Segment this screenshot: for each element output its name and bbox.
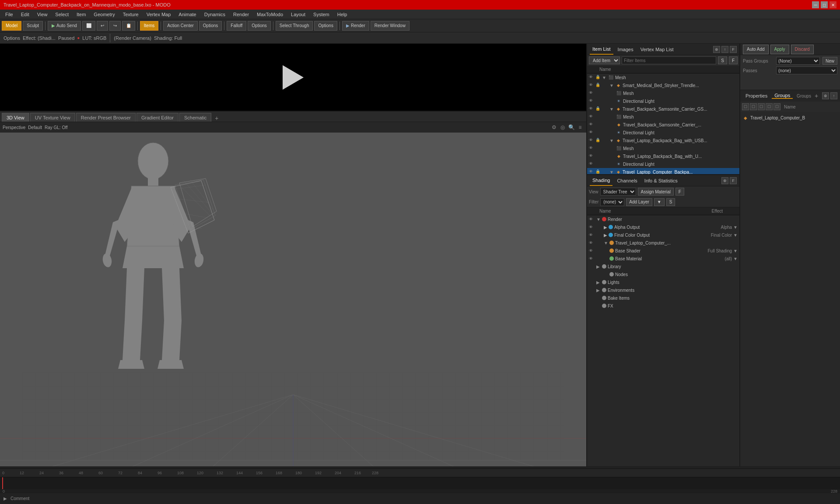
menu-render[interactable]: Render (230, 11, 252, 18)
add-item-select[interactable]: Add Item (589, 56, 620, 64)
shading-icon-2[interactable]: F (730, 177, 737, 184)
vis-base-material[interactable]: 👁 (589, 256, 595, 261)
vis-icon-2[interactable]: 👁 (589, 91, 594, 96)
item-row-9[interactable]: 👁 ⬛ Mesh (587, 144, 739, 152)
tab-properties[interactable]: Properties (743, 93, 770, 98)
item-list-content[interactable]: 👁 🔒 ▼ ⬛ Mesh 👁 🔒 ▼ ◆ Smart_Medical_Bed_S… (587, 74, 739, 174)
item-row-3[interactable]: 👁 ☀ Directional Light (587, 97, 739, 105)
lock-icon-9[interactable] (595, 146, 601, 151)
play-button[interactable] (283, 65, 304, 90)
expand-icon-4[interactable]: ▼ (609, 107, 614, 111)
close-button[interactable]: ✕ (830, 1, 836, 8)
viewport-3d[interactable]: Perspective Default Ray GL: Off ⚙ ◎ 🔍 ≡ (0, 122, 586, 504)
menu-texture[interactable]: Texture (119, 11, 142, 18)
menu-item[interactable]: Item (73, 11, 89, 18)
auto-add-button[interactable]: Auto Add (743, 45, 769, 54)
tab-vertex-map-list[interactable]: Vertex Map List (638, 44, 676, 55)
menu-vertex-map[interactable]: Vertex Map (143, 11, 175, 18)
lock-icon-7[interactable] (595, 130, 601, 135)
filter-f-button[interactable]: F (729, 56, 738, 64)
effect-arrow-base-material[interactable]: ▼ (733, 256, 738, 261)
lock-icon-3[interactable] (595, 98, 601, 104)
viewport-icon-camera[interactable]: ◎ (559, 124, 566, 131)
tab-schematic[interactable]: Schematic (179, 113, 211, 122)
expand-library[interactable]: ▶ (596, 264, 601, 269)
menu-maxtomodo[interactable]: MaxToModo (253, 11, 287, 18)
arrow-alpha[interactable]: ▶ (604, 225, 607, 230)
shading-icon-1[interactable]: ⊕ (721, 177, 728, 184)
falloff-button[interactable]: Falloff (227, 21, 246, 31)
assign-material-button[interactable]: Assign Material (638, 188, 674, 196)
options3-button[interactable]: Options (314, 21, 337, 31)
filter-shade-button[interactable]: F (676, 188, 684, 196)
tab-groups[interactable]: Groups (772, 93, 793, 99)
vis-icon-3[interactable]: 👁 (589, 98, 594, 104)
lock-icon-1[interactable]: 🔒 (595, 83, 601, 88)
effect-arrow-final-color[interactable]: ▼ (733, 233, 738, 238)
passes-select[interactable]: (none) (776, 66, 837, 74)
lock-icon-0[interactable]: 🔒 (595, 75, 601, 80)
item-row-8[interactable]: 👁 🔒 ▼ ◆ Travel_Laptop_Backpack_Bag_with_… (587, 136, 739, 144)
vis-icon-5[interactable]: 👁 (589, 114, 594, 119)
props-btn-4[interactable]: ☐ (766, 103, 773, 110)
item-list-icon-1[interactable]: ⊕ (713, 46, 720, 53)
item-row-10[interactable]: 👁 ◆ Travel_Laptop_Backpack_Bag_with_U... (587, 152, 739, 160)
lock-icon-10[interactable] (595, 154, 601, 159)
item-list-icon-3[interactable]: F (730, 46, 737, 53)
menu-select[interactable]: Select (52, 11, 72, 18)
shade-row-nodes[interactable]: Nodes (587, 270, 739, 278)
vis-icon-4[interactable]: 👁 (589, 106, 594, 112)
tab-channels[interactable]: Channels (614, 175, 640, 186)
shade-row-environments[interactable]: ▶ Environments (587, 286, 739, 294)
item-list-icon-2[interactable]: ↑ (721, 46, 728, 53)
item-row-0[interactable]: 👁 🔒 ▼ ⬛ Mesh (587, 74, 739, 81)
items-button[interactable]: Items (140, 21, 158, 31)
vis-icon-0[interactable]: 👁 (589, 75, 594, 80)
viewport-icon-settings[interactable]: ≡ (577, 124, 584, 131)
lut-label[interactable]: LUT: sRGB (82, 35, 106, 41)
shader-tree-select[interactable]: Shader Tree (600, 188, 636, 196)
shade-row-bake-items[interactable]: Bake Items (587, 294, 739, 302)
viewport-icon-zoom[interactable]: 🔍 (568, 124, 575, 131)
toolbar-icons-3[interactable]: ↪ (109, 21, 121, 31)
toolbar-icons-2[interactable]: ↩ (97, 21, 108, 31)
pass-groups-select[interactable]: (None) (776, 57, 820, 65)
pass-groups-new-button[interactable]: New (822, 57, 837, 65)
item-row-12[interactable]: 👁 🔒 ▼ ◆ Travel_Laptop_Computer_Backpa... (587, 168, 739, 174)
apply-button[interactable]: Apply (770, 45, 789, 54)
options2-button[interactable]: Options (248, 21, 270, 31)
props-btn-1[interactable]: ☐ (742, 103, 749, 110)
vis-alpha[interactable]: 👁 (589, 225, 595, 229)
expand-icon-0[interactable]: ▼ (602, 75, 606, 80)
item-row-1[interactable]: 👁 🔒 ▼ ◆ Smart_Medical_Bed_Stryker_Trendl… (587, 81, 739, 89)
tab-uv-texture[interactable]: UV Texture View (30, 113, 75, 122)
minimize-button[interactable]: ─ (812, 1, 819, 8)
tab-shading[interactable]: Shading (590, 175, 612, 186)
effect-label[interactable]: Effect: (Shadi... (23, 35, 56, 41)
props-btn-5[interactable]: ☐ (774, 103, 780, 110)
options1-button[interactable]: Options (199, 21, 222, 31)
tab-3d-view[interactable]: 3D View (2, 113, 29, 122)
menu-geometry[interactable]: Geometry (90, 11, 118, 18)
expand-icon-1[interactable]: ▼ (609, 83, 614, 88)
paused-label[interactable]: Paused (58, 35, 74, 41)
tab-item-list[interactable]: Item List (590, 44, 613, 55)
shading-label[interactable]: Shading: Full (154, 35, 182, 41)
vis-final-color[interactable]: 👁 (589, 233, 595, 237)
arrow-final-color[interactable]: ▶ (604, 233, 607, 238)
tab-info-statistics[interactable]: Info & Statistics (642, 175, 680, 186)
shade-row-travel[interactable]: 👁 ▼ Travel_Laptop_Computer_... (587, 239, 739, 247)
shade-row-library[interactable]: ▶ Library (587, 262, 739, 270)
tab-gradient-editor[interactable]: Gradient Editor (136, 113, 178, 122)
maximize-button[interactable]: □ (821, 1, 828, 8)
lock-icon-11[interactable] (595, 161, 601, 167)
model-mode-button[interactable]: Model (2, 21, 21, 31)
vis-icon-6[interactable]: 👁 (589, 122, 594, 127)
props-btn-2[interactable]: ☐ (750, 103, 757, 110)
select-through-button[interactable]: Select Through (276, 21, 313, 31)
shade-row-base-shader[interactable]: 👁 Base Shader Full Shading ▼ (587, 247, 739, 255)
menu-system[interactable]: System (310, 11, 333, 18)
vis-icon-7[interactable]: 👁 (589, 130, 594, 135)
add-layer-arrow[interactable]: ▼ (654, 198, 665, 206)
groups-add-button[interactable]: + (815, 92, 818, 99)
